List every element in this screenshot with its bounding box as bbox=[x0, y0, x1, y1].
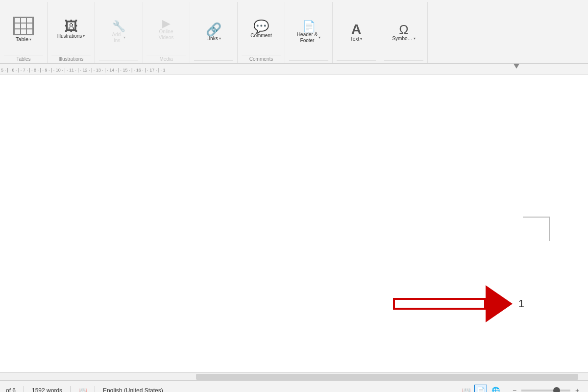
ribbon-group-media: ▶ OnlineVideos Media bbox=[143, 2, 190, 63]
symbols-btn-label: Symbo… bbox=[392, 36, 412, 42]
online-videos-icon: ▶ bbox=[162, 18, 171, 29]
links-icon: 🔗 bbox=[206, 23, 221, 36]
arrow-body bbox=[393, 298, 486, 310]
tables-group-label: Tables bbox=[4, 55, 43, 63]
links-button[interactable]: 🔗 Links ▾ bbox=[199, 21, 228, 44]
illustrations-button[interactable]: 🖼 Illustrations ▾ bbox=[53, 18, 89, 41]
addins-icon: 🔧 bbox=[112, 21, 125, 32]
zoom-slider-thumb[interactable] bbox=[553, 387, 560, 392]
comment-icon: 💬 bbox=[253, 20, 269, 33]
page-count: of 6 bbox=[6, 387, 16, 392]
addins-chevron-icon: ▾ bbox=[123, 35, 125, 40]
illustrations-icon: 🖼 bbox=[64, 20, 78, 33]
header-footer-icon: 📄 bbox=[302, 21, 316, 32]
scrollbar-thumb[interactable] bbox=[196, 374, 578, 380]
zoom-controls: − + bbox=[510, 386, 582, 392]
proofing-icon: 📖 bbox=[78, 387, 87, 392]
read-mode-icon: 📖 bbox=[462, 387, 470, 392]
separator-3 bbox=[95, 386, 95, 392]
view-buttons-group: 📖 📄 🌐 − + bbox=[460, 385, 582, 392]
document-area: 1 bbox=[0, 74, 588, 372]
links-chevron-icon: ▾ bbox=[219, 36, 221, 41]
ribbon-group-header-footer: 📄 Header &Footer ▾ bbox=[285, 2, 333, 63]
illustrations-btn-label: Illustrations bbox=[57, 33, 82, 39]
table-button[interactable]: Table ▾ bbox=[6, 15, 41, 44]
online-videos-btn-label: OnlineVideos bbox=[159, 29, 173, 41]
print-layout-button[interactable]: 📄 bbox=[474, 385, 487, 392]
comments-group-label: Comments bbox=[242, 55, 281, 63]
red-arrow-annotation: 1 bbox=[393, 285, 524, 322]
page-corner-indicator bbox=[523, 217, 550, 241]
zoom-slider[interactable] bbox=[521, 390, 570, 392]
ruler-marker-icon bbox=[514, 64, 519, 69]
ribbon-group-addins: 🔧 Add-ins ▾ bbox=[95, 2, 143, 63]
symbols-chevron-icon: ▾ bbox=[414, 36, 416, 41]
ruler-markings: 5 · | · 6 · | · 7 · | · 8 · | · 9 · | · … bbox=[0, 66, 166, 73]
page-count-text: of 6 bbox=[6, 387, 16, 392]
illustrations-chevron-icon: ▾ bbox=[83, 34, 85, 39]
ribbon-group-text: A Text ▾ bbox=[333, 2, 380, 63]
separator-1 bbox=[24, 386, 24, 392]
table-icon bbox=[13, 17, 34, 35]
word-count: 1592 words bbox=[32, 387, 62, 392]
text-icon: A bbox=[351, 23, 361, 36]
header-footer-btn-label: Header &Footer bbox=[297, 32, 318, 44]
web-layout-icon: 🌐 bbox=[491, 387, 500, 392]
addins-button[interactable]: 🔧 Add-ins ▾ bbox=[104, 19, 133, 46]
text-button[interactable]: A Text ▾ bbox=[342, 21, 371, 44]
status-bar: of 6 1592 words 📖 English (United States… bbox=[0, 380, 588, 392]
table-chevron-icon: ▾ bbox=[29, 37, 31, 42]
addins-btn-label: Add-ins bbox=[112, 32, 122, 44]
header-footer-chevron-icon: ▾ bbox=[318, 35, 320, 40]
zoom-out-button[interactable]: − bbox=[510, 386, 519, 392]
ribbon-group-tables: Table ▾ Tables bbox=[0, 2, 48, 63]
symbols-button[interactable]: Ω Symbo… ▾ bbox=[388, 21, 419, 44]
symbols-icon: Ω bbox=[399, 23, 408, 36]
illustrations-group-label: Illustrations bbox=[51, 55, 91, 63]
annotation-number: 1 bbox=[518, 297, 524, 310]
horizontal-ruler: 5 · | · 6 · | · 7 · | · 8 · | · 9 · | · … bbox=[0, 64, 588, 74]
web-layout-button[interactable]: 🌐 bbox=[489, 385, 502, 392]
proofing-icon-wrapper[interactable]: 📖 bbox=[78, 387, 87, 392]
arrow-head-icon bbox=[486, 285, 513, 322]
links-btn-label: Links bbox=[206, 36, 218, 42]
language-text: English (United States) bbox=[103, 387, 163, 392]
text-chevron-icon: ▾ bbox=[360, 37, 362, 42]
ribbon-group-illustrations: 🖼 Illustrations ▾ Illustrations bbox=[48, 2, 95, 63]
zoom-in-button[interactable]: + bbox=[572, 386, 582, 392]
online-videos-button[interactable]: ▶ OnlineVideos bbox=[151, 16, 181, 43]
horizontal-scrollbar[interactable] bbox=[0, 372, 588, 380]
read-mode-button[interactable]: 📖 bbox=[460, 385, 472, 392]
document-page[interactable]: 1 bbox=[0, 74, 588, 372]
arrow-hollow bbox=[395, 300, 484, 308]
print-layout-icon: 📄 bbox=[477, 387, 485, 392]
ribbon-group-links: 🔗 Links ▾ bbox=[190, 2, 238, 63]
table-btn-label: Table bbox=[16, 36, 28, 42]
word-count-text: 1592 words bbox=[32, 387, 62, 392]
ribbon-toolbar: Table ▾ Tables 🖼 Illustrations ▾ Illustr… bbox=[0, 0, 588, 64]
separator-2 bbox=[70, 386, 71, 392]
comment-button[interactable]: 💬 Comment bbox=[246, 18, 276, 41]
header-footer-button[interactable]: 📄 Header &Footer ▾ bbox=[293, 19, 324, 46]
comment-btn-label: Comment bbox=[250, 33, 271, 39]
ribbon-group-comments: 💬 Comment Comments bbox=[238, 2, 285, 63]
ribbon-group-symbols: Ω Symbo… ▾ bbox=[380, 2, 428, 63]
language-indicator[interactable]: English (United States) bbox=[103, 387, 163, 392]
text-btn-label: Text bbox=[350, 36, 359, 42]
media-group-label: Media bbox=[147, 55, 186, 63]
